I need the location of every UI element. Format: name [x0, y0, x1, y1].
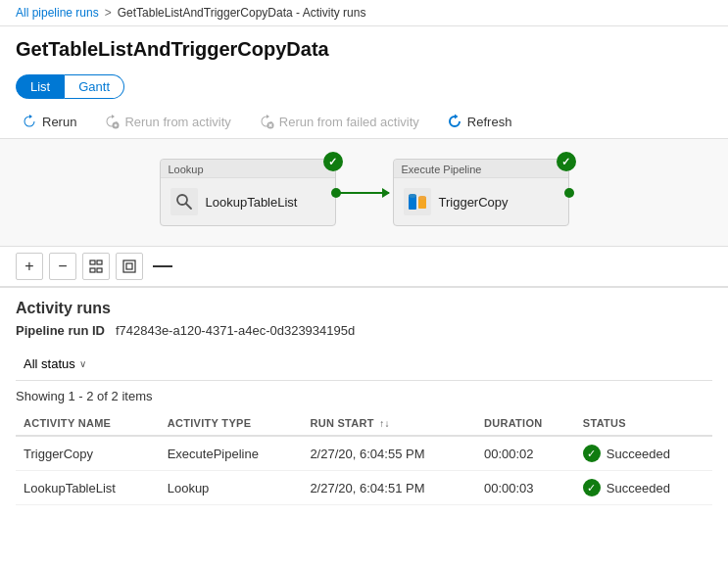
- execute-pipeline-success-badge: ✓: [557, 152, 576, 171]
- svg-rect-16: [90, 260, 95, 264]
- runs-section-title: Activity runs: [16, 300, 712, 317]
- rerun-activity-label: Rerun from activity: [124, 115, 230, 129]
- svg-rect-10: [409, 196, 416, 210]
- runs-section: Activity runs Pipeline run ID f742843e-a…: [0, 288, 728, 517]
- col-activity-type: ACTIVITY TYPE: [160, 411, 303, 436]
- breadcrumb-current: GetTableListAndTriggerCopyData - Activit…: [118, 6, 366, 20]
- execute-pipeline-header: Execute Pipeline: [394, 160, 568, 178]
- refresh-button[interactable]: Refresh: [441, 111, 518, 132]
- diagram-area: Lookup LookupTableList ✓: [0, 139, 728, 247]
- lookup-node[interactable]: Lookup LookupTableList ✓: [160, 159, 336, 226]
- fit-screen-button[interactable]: [82, 253, 110, 280]
- zoom-out-button[interactable]: −: [49, 253, 76, 280]
- lookup-node-name: LookupTableList: [206, 195, 298, 210]
- view-toggle: List Gantt: [0, 69, 728, 105]
- execute-pipeline-body: TriggerCopy: [394, 178, 568, 225]
- pipeline-run-id-label: Pipeline run ID: [16, 323, 105, 338]
- pipeline-connector: [340, 192, 389, 194]
- svg-point-15: [418, 196, 426, 200]
- list-view-button[interactable]: List: [16, 74, 65, 99]
- refresh-label: Refresh: [467, 115, 512, 129]
- rerun-activity-button[interactable]: Rerun from activity: [98, 111, 236, 132]
- rerun-failed-label: Rerun from failed activity: [279, 115, 419, 129]
- toolbar: Rerun Rerun from activity Rerun from fai…: [0, 105, 728, 139]
- rerun-failed-button[interactable]: Rerun from failed activity: [253, 111, 425, 132]
- table-header: ACTIVITY NAME ACTIVITY TYPE RUN START ↑↓…: [16, 411, 712, 436]
- svg-rect-19: [97, 268, 102, 272]
- col-activity-name: ACTIVITY NAME: [16, 411, 160, 436]
- svg-rect-20: [123, 260, 135, 272]
- rerun-icon: [22, 114, 37, 129]
- refresh-icon: [447, 114, 462, 129]
- svg-rect-9: [404, 188, 431, 215]
- row2-duration: 00:00:03: [476, 471, 575, 505]
- execute-pipeline-icon: [404, 188, 431, 215]
- row1-activity-type: ExecutePipeline: [160, 436, 303, 471]
- page-header: GetTableListAndTriggerCopyData: [0, 26, 728, 69]
- status-filter-label: All status: [24, 356, 75, 371]
- pipeline-run-id-row: Pipeline run ID f742843e-a120-4371-a4ec-…: [16, 323, 712, 338]
- execute-pipeline-output-port: [564, 188, 574, 198]
- svg-rect-17: [97, 260, 102, 264]
- reset-button[interactable]: [116, 253, 143, 280]
- svg-rect-6: [170, 188, 198, 215]
- page-title: GetTableListAndTriggerCopyData: [16, 38, 712, 61]
- row2-status-icon: ✓: [583, 479, 601, 496]
- diagram-separator: [153, 265, 172, 267]
- row1-run-start: 2/27/20, 6:04:55 PM: [302, 436, 476, 471]
- rerun-label: Rerun: [42, 115, 76, 129]
- breadcrumb: All pipeline runs > GetTableListAndTrigg…: [0, 0, 728, 26]
- diagram-controls: + −: [0, 247, 728, 288]
- rerun-button[interactable]: Rerun: [16, 111, 82, 132]
- row2-activity-type: Lookup: [160, 471, 303, 505]
- sort-icon: ↑↓: [379, 418, 390, 429]
- row2-status: ✓ Succeeded: [575, 471, 712, 505]
- table-row: LookupTableList Lookup 2/27/20, 6:04:51 …: [16, 471, 712, 505]
- chevron-down-icon: ∨: [79, 358, 86, 369]
- svg-rect-21: [126, 263, 132, 269]
- filter-row: All status ∨: [16, 348, 712, 381]
- lookup-node-header: Lookup: [161, 160, 335, 178]
- col-run-start: RUN START ↑↓: [302, 411, 476, 436]
- rerun-failed-icon: [259, 114, 274, 129]
- svg-point-12: [409, 194, 416, 198]
- activity-runs-table: ACTIVITY NAME ACTIVITY TYPE RUN START ↑↓…: [16, 411, 712, 505]
- row1-duration: 00:00:02: [476, 436, 575, 471]
- row1-status-label: Succeeded: [607, 447, 670, 461]
- svg-rect-18: [90, 268, 95, 272]
- execute-pipeline-node[interactable]: Execute Pipeline TriggerCopy: [393, 159, 569, 226]
- breadcrumb-link[interactable]: All pipeline runs: [16, 6, 99, 20]
- col-duration: DURATION: [476, 411, 575, 436]
- rerun-activity-icon: [104, 114, 120, 129]
- status-filter-dropdown[interactable]: All status ∨: [16, 354, 94, 374]
- pipeline-run-id-value: f742843e-a120-4371-a4ec-0d323934195d: [116, 323, 355, 338]
- showing-text: Showing 1 - 2 of 2 items: [16, 385, 712, 411]
- zoom-in-button[interactable]: +: [16, 253, 43, 280]
- execute-pipeline-name: TriggerCopy: [439, 195, 509, 210]
- breadcrumb-separator: >: [105, 6, 112, 20]
- col-status: STATUS: [575, 411, 712, 436]
- table-body: TriggerCopy ExecutePipeline 2/27/20, 6:0…: [16, 436, 712, 505]
- lookup-node-body: LookupTableList: [161, 178, 335, 225]
- row2-activity-name: LookupTableList: [16, 471, 160, 505]
- row1-activity-name: TriggerCopy: [16, 436, 160, 471]
- row1-status: ✓ Succeeded: [575, 436, 712, 471]
- diagram-canvas: Lookup LookupTableList ✓: [160, 159, 569, 226]
- lookup-icon: [170, 188, 198, 215]
- lookup-success-badge: ✓: [323, 152, 343, 171]
- row1-status-icon: ✓: [583, 445, 601, 462]
- table-row: TriggerCopy ExecutePipeline 2/27/20, 6:0…: [16, 436, 712, 471]
- row2-run-start: 2/27/20, 6:04:51 PM: [302, 471, 476, 505]
- row2-status-label: Succeeded: [607, 481, 670, 495]
- gantt-view-button[interactable]: Gantt: [65, 74, 124, 99]
